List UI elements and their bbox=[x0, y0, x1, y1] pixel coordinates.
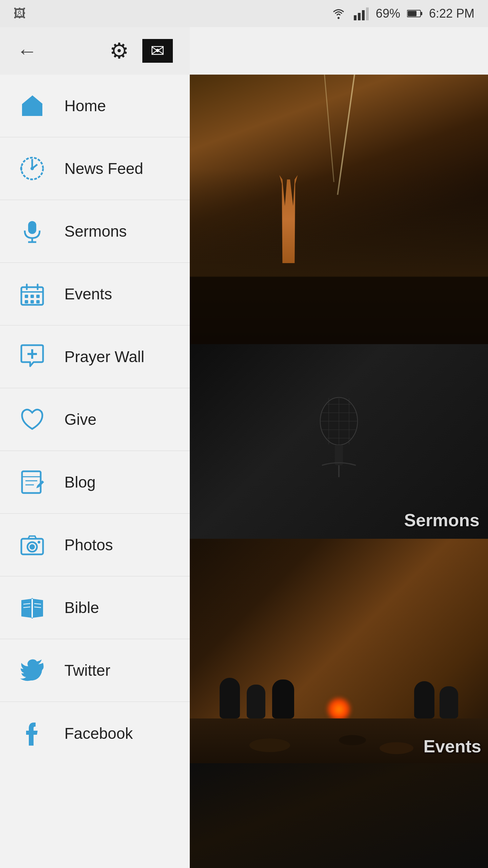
sidebar-item-news-feed[interactable]: News Feed bbox=[0, 137, 190, 200]
svg-rect-26 bbox=[22, 471, 41, 493]
svg-rect-8 bbox=[29, 109, 36, 116]
twitter-label: Twitter bbox=[64, 661, 110, 679]
bible-icon bbox=[17, 592, 47, 623]
svg-rect-20 bbox=[36, 295, 40, 298]
sidebar: ← ⚙ ✉ Home bbox=[0, 27, 190, 868]
home-label: Home bbox=[64, 97, 106, 115]
sidebar-item-sermons[interactable]: Sermons bbox=[0, 200, 190, 263]
facebook-icon bbox=[17, 718, 47, 749]
battery-text: 69% bbox=[376, 6, 400, 21]
sermons-icon bbox=[17, 216, 47, 246]
sidebar-item-facebook[interactable]: Facebook bbox=[0, 702, 190, 765]
sidebar-item-photos[interactable]: Photos bbox=[0, 514, 190, 576]
svg-rect-3 bbox=[362, 10, 365, 20]
svg-rect-23 bbox=[36, 300, 40, 303]
sermons-card[interactable]: Sermons bbox=[190, 344, 488, 539]
svg-point-0 bbox=[338, 17, 340, 19]
svg-point-32 bbox=[29, 544, 35, 550]
mail-icon: ✉ bbox=[150, 41, 165, 61]
newsfeed-icon bbox=[17, 153, 47, 184]
home-icon bbox=[17, 91, 47, 121]
sidebar-item-home[interactable]: Home bbox=[0, 75, 190, 137]
sidebar-item-bible[interactable]: Bible bbox=[0, 576, 190, 639]
settings-button[interactable]: ⚙ bbox=[109, 38, 129, 63]
svg-rect-4 bbox=[366, 7, 369, 20]
give-label: Give bbox=[64, 410, 97, 429]
photos-icon bbox=[17, 530, 47, 560]
status-bar: 🖼 69% 6:22 PM bbox=[0, 0, 488, 27]
time-text: 6:22 PM bbox=[429, 6, 474, 21]
events-card-label: Events bbox=[423, 736, 481, 756]
newsfeed-label: News Feed bbox=[64, 159, 143, 178]
svg-rect-19 bbox=[30, 295, 34, 298]
bottom-card[interactable] bbox=[190, 763, 488, 868]
svg-rect-11 bbox=[28, 221, 36, 234]
signal-icon bbox=[354, 7, 369, 20]
svg-point-10 bbox=[30, 167, 34, 170]
photos-label: Photos bbox=[64, 536, 113, 554]
give-icon bbox=[17, 404, 47, 435]
header-bar: ← ⚙ ✉ bbox=[0, 27, 190, 75]
svg-rect-18 bbox=[25, 295, 28, 298]
sermons-label: Sermons bbox=[64, 222, 127, 240]
battery-icon bbox=[407, 8, 422, 19]
worship-card[interactable] bbox=[190, 75, 488, 344]
prayer-wall-label: Prayer Wall bbox=[64, 348, 144, 366]
svg-point-33 bbox=[38, 541, 40, 544]
svg-rect-6 bbox=[421, 12, 422, 15]
sidebar-item-events[interactable]: Events bbox=[0, 263, 190, 326]
mail-button[interactable]: ✉ bbox=[142, 39, 173, 63]
facebook-label: Facebook bbox=[64, 724, 133, 743]
blog-label: Blog bbox=[64, 473, 96, 491]
svg-rect-7 bbox=[408, 11, 416, 16]
right-panel: Sermons Events bbox=[190, 75, 488, 868]
prayer-icon bbox=[17, 341, 47, 372]
sidebar-item-blog[interactable]: Blog bbox=[0, 451, 190, 514]
wifi-icon bbox=[330, 7, 347, 20]
events-icon bbox=[17, 279, 47, 309]
svg-rect-22 bbox=[30, 300, 34, 303]
svg-rect-1 bbox=[354, 15, 357, 20]
sermons-card-label: Sermons bbox=[404, 510, 480, 530]
sidebar-item-twitter[interactable]: Twitter bbox=[0, 639, 190, 702]
twitter-icon bbox=[17, 655, 47, 686]
sidebar-item-prayer-wall[interactable]: Prayer Wall bbox=[0, 326, 190, 388]
svg-rect-2 bbox=[358, 13, 361, 20]
back-button[interactable]: ← bbox=[17, 39, 37, 63]
sidebar-item-give[interactable]: Give bbox=[0, 388, 190, 451]
screen-icon: 🖼 bbox=[14, 6, 26, 21]
events-label: Events bbox=[64, 285, 112, 303]
events-card[interactable]: Events bbox=[190, 539, 488, 763]
svg-rect-21 bbox=[25, 300, 28, 303]
bible-label: Bible bbox=[64, 598, 99, 617]
microphone-visual bbox=[308, 394, 369, 479]
blog-icon bbox=[17, 467, 47, 497]
